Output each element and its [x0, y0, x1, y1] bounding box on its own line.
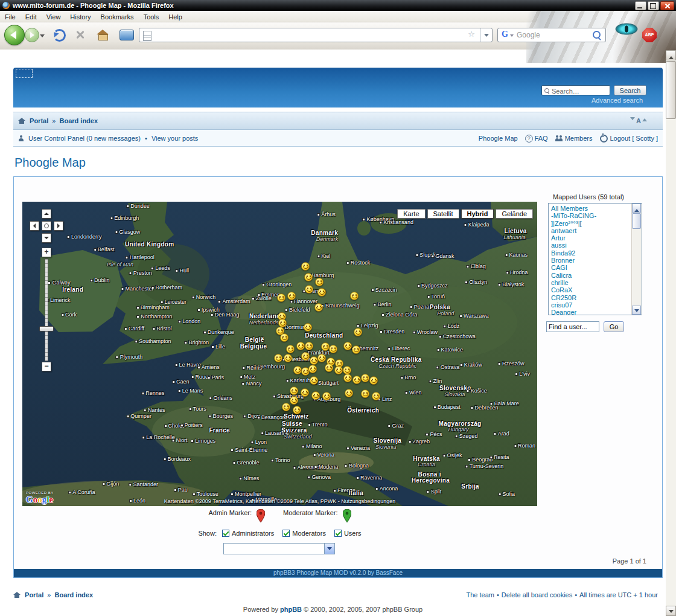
find-user-input[interactable]: [546, 321, 599, 332]
checkbox-moderators[interactable]: [282, 530, 290, 537]
user-smiley-marker[interactable]: [282, 403, 290, 411]
user-smiley-marker[interactable]: [361, 390, 369, 398]
user-list-item[interactable]: Binda92: [551, 249, 642, 257]
site-logo-placeholder[interactable]: [16, 69, 33, 78]
menu-edit[interactable]: Edit: [21, 11, 42, 22]
user-smiley-marker[interactable]: [343, 374, 352, 382]
user-list-item[interactable]: ]|Zero²°°³|[: [551, 220, 642, 227]
user-list-item[interactable]: CoRaX: [551, 286, 642, 294]
user-select-dropdown[interactable]: [223, 543, 335, 554]
search-go-icon[interactable]: [593, 31, 601, 39]
ucp-link[interactable]: User Control Panel (0 new messages): [28, 130, 141, 147]
user-smiley-marker[interactable]: [277, 294, 285, 302]
footer-link-0[interactable]: The team: [467, 591, 494, 598]
google-engine-icon[interactable]: G: [502, 30, 508, 39]
zoom-out-button[interactable]: −: [42, 362, 51, 371]
forward-button[interactable]: [25, 28, 39, 42]
user-list-item[interactable]: CAGI: [551, 264, 642, 271]
pan-right-button[interactable]: [54, 221, 63, 231]
user-smiley-marker[interactable]: [301, 262, 310, 271]
search-engine-name[interactable]: Google: [517, 28, 540, 42]
zoom-slider-thumb[interactable]: [39, 326, 54, 332]
menu-tools[interactable]: Tools: [139, 11, 164, 22]
back-button[interactable]: [4, 25, 25, 45]
user-smiley-marker[interactable]: [343, 342, 352, 350]
user-list-item[interactable]: Deanger: [551, 309, 642, 315]
search-engine-box[interactable]: G Google: [497, 28, 606, 42]
user-smiley-marker[interactable]: [296, 342, 305, 350]
user-smiley-marker[interactable]: [310, 376, 318, 385]
userbar-link-logout-scotty-[interactable]: Logout [ Scotty ]: [600, 130, 658, 147]
stop-icon[interactable]: [75, 29, 86, 40]
reload-icon[interactable]: [53, 29, 66, 42]
pan-up-button[interactable]: [42, 209, 51, 219]
phpbb-link[interactable]: phpBB: [280, 606, 302, 613]
user-smiley-marker[interactable]: [280, 333, 289, 342]
menu-file[interactable]: File: [0, 11, 21, 22]
user-list-item[interactable]: chrille: [551, 279, 642, 286]
search-input[interactable]: [550, 86, 611, 96]
userlist-scrollbar[interactable]: [631, 204, 642, 315]
view-your-posts-link[interactable]: View your posts: [151, 130, 198, 147]
tab-panel-icon[interactable]: [120, 30, 134, 40]
user-smiley-marker[interactable]: [369, 376, 378, 385]
user-list-item[interactable]: antwaert: [551, 227, 642, 234]
pan-down-button[interactable]: [42, 233, 51, 243]
menu-help[interactable]: Help: [164, 11, 187, 22]
user-smiley-marker[interactable]: [352, 345, 360, 354]
mapped-users-list[interactable]: All Members-MiTo-RaCiNG-]|Zero²°°³|[antw…: [548, 203, 642, 315]
menu-history[interactable]: History: [65, 11, 95, 22]
footer-board-index-link[interactable]: Board index: [55, 591, 94, 598]
userlist-scroll-down-icon[interactable]: [632, 306, 641, 315]
map-canvas[interactable]: DundeeEdinburghGlasgowLondonderryUnited …: [22, 202, 537, 506]
user-smiley-marker[interactable]: [278, 319, 287, 327]
user-list-item[interactable]: crisu07: [551, 301, 642, 309]
pan-center-button[interactable]: [42, 221, 51, 231]
userlist-scroll-up-icon[interactable]: [632, 204, 641, 213]
scroll-down-icon[interactable]: [666, 606, 676, 616]
userbar-link-members[interactable]: Members: [555, 130, 593, 147]
map-type-gelände[interactable]: Gelände: [496, 209, 533, 219]
userbar-link-faq[interactable]: FAQ: [525, 130, 548, 147]
user-list-item[interactable]: All Members: [551, 205, 642, 212]
footer-portal-link[interactable]: Portal: [25, 591, 43, 598]
close-button[interactable]: [660, 1, 674, 10]
header-search-field[interactable]: [541, 85, 610, 95]
userbar-link-phoogle-map[interactable]: Phoogle Map: [479, 130, 518, 147]
user-smiley-marker[interactable]: [310, 356, 318, 365]
title-bar[interactable]: www.mito-forum.de - Phoogle Map - Mozill…: [0, 0, 676, 11]
map-type-satellit[interactable]: Satellit: [427, 209, 459, 219]
go-button[interactable]: Go: [604, 321, 624, 332]
bookmark-star-icon[interactable]: ☆: [468, 30, 475, 39]
menu-bookmarks[interactable]: Bookmarks: [96, 11, 139, 22]
user-list-item[interactable]: CR250R: [551, 294, 642, 301]
footer-link-1[interactable]: Delete all board cookies: [502, 591, 572, 598]
scroll-thumb[interactable]: [666, 61, 676, 119]
home-button-icon[interactable]: [97, 30, 109, 39]
user-list-item[interactable]: -MiTo-RaCiNG-: [551, 212, 642, 219]
url-bar[interactable]: ☆: [139, 28, 493, 42]
user-smiley-marker[interactable]: [361, 374, 369, 382]
breadcrumb-portal[interactable]: Portal: [30, 117, 48, 124]
user-smiley-marker[interactable]: [305, 342, 313, 350]
checkbox-users[interactable]: [334, 530, 342, 537]
map-type-karte[interactable]: Karte: [397, 209, 425, 219]
urlbar-dropdown-icon[interactable]: [480, 28, 492, 42]
browser-scrollbar[interactable]: [666, 50, 676, 616]
user-list-item[interactable]: Artur: [551, 234, 642, 242]
engine-dropdown-icon[interactable]: [510, 34, 514, 39]
pan-left-button[interactable]: [30, 221, 39, 231]
scroll-up-icon[interactable]: [666, 50, 676, 60]
user-list-item[interactable]: Bronner: [551, 257, 642, 264]
userlist-scroll-thumb[interactable]: [632, 213, 641, 229]
user-smiley-marker[interactable]: [345, 389, 353, 397]
font-size-widget[interactable]: A: [630, 112, 647, 129]
history-dropdown-icon[interactable]: [40, 34, 45, 40]
dropdown-arrow-icon[interactable]: [324, 544, 334, 554]
user-smiley-marker[interactable]: [274, 354, 282, 362]
checkbox-administrators[interactable]: [222, 530, 229, 537]
user-smiley-marker[interactable]: [334, 366, 343, 374]
user-smiley-marker[interactable]: [372, 392, 380, 400]
zoom-in-button[interactable]: +: [42, 248, 51, 257]
google-map-logo[interactable]: POWERED BY Google: [26, 491, 54, 504]
